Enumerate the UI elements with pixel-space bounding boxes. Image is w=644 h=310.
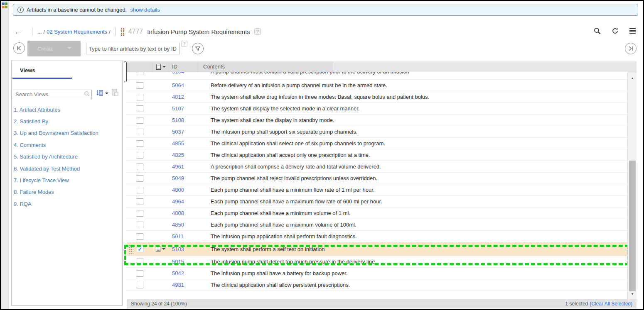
artifact-id-link[interactable]: 5107 [172,105,184,112]
sidebar-view-link[interactable]: 4. Comments [13,139,121,151]
sidebar-view-link[interactable]: 5. Satisfied by Architecture [13,151,121,163]
table-row[interactable]: 4964 Each pump channel shall have a maxi… [127,196,627,207]
sidebar-view-link[interactable]: 2. Satisfied By [13,115,121,127]
table-row[interactable]: 4850 Each pump channel shall have a maxi… [127,219,627,231]
artifact-contents[interactable]: Each pump channel shall have a maximum v… [198,219,627,230]
artifact-id-link[interactable]: 4981 [172,282,184,288]
row-checkbox[interactable] [137,198,143,205]
artifact-id-link[interactable]: 4850 [172,222,184,228]
row-drag-handle-icon[interactable] [128,244,133,254]
artifact-id-link[interactable]: 4812 [172,94,184,100]
row-checkbox[interactable] [137,210,143,217]
menu-icon[interactable] [629,28,636,34]
table-scrollbar-thumb[interactable] [629,161,636,291]
row-checkbox[interactable] [137,175,143,182]
artifact-contents[interactable]: Each pump channel shall have a minimum v… [198,207,627,219]
sidebar-view-link[interactable]: 1. Artifact Attributes [13,104,121,115]
table-row[interactable]: 5104 A pump channel must contain a valid… [127,72,627,80]
row-checkbox[interactable] [137,94,143,100]
tab-views[interactable]: Views [20,67,35,73]
artifact-type-menu[interactable] [156,246,165,252]
table-row[interactable]: 5064 Before delivery of an infusion a pu… [127,80,627,91]
artifact-id-link[interactable]: 5103 [172,246,184,252]
artifact-contents[interactable]: The clinical application shall select on… [198,138,627,149]
artifact-contents[interactable]: Before delivery of an infusion a pump ch… [198,80,627,91]
scroll-down-icon[interactable]: ▼ [628,290,637,298]
artifact-contents[interactable]: The pump channel shall reject invalid pr… [198,173,627,184]
table-row[interactable]: 5042 The infusion pump shall have a batt… [127,268,627,279]
artifact-type-column-header[interactable] [152,61,169,72]
row-checkbox[interactable] [137,152,143,159]
table-row[interactable]: 4855 The clinical application shall sele… [127,138,627,149]
title-help-icon[interactable]: ? [254,28,261,35]
artifact-id-link[interactable]: 4800 [172,187,184,193]
row-checkbox[interactable] [137,82,143,89]
artifact-contents[interactable]: The system shall allow drug infusion in … [198,91,627,103]
mini-dashboard-icon[interactable] [2,2,8,9]
artifact-contents[interactable]: The infusion pump shall support six sepa… [198,126,627,137]
table-row[interactable]: 4981 The clinical application shall allo… [127,279,627,291]
row-checkbox[interactable] [137,129,143,135]
row-checkbox[interactable] [137,105,143,112]
table-row[interactable]: 5011 The infusion pump application shall… [127,231,627,242]
select-all-column-header[interactable] [127,61,152,72]
table-row[interactable]: 5049 The pump channel shall reject inval… [127,173,627,184]
artifact-id-link[interactable]: 4855 [172,140,184,146]
artifact-id-link[interactable]: 4808 [172,210,184,216]
scroll-up-icon[interactable]: ▲ [628,74,637,82]
refresh-icon[interactable] [612,27,619,34]
row-checkbox[interactable] [137,117,143,124]
artifact-contents[interactable]: The clinical application shall accept on… [198,149,627,161]
artifact-contents[interactable]: The system shall perform a self test on … [198,242,627,256]
save-copy-view-icon[interactable] [111,88,119,98]
sidebar-scrollbar-thumb[interactable] [124,61,127,82]
artifact-id-link[interactable]: 5104 [172,72,184,75]
table-row[interactable]: 5107 The system shall display the select… [127,103,627,115]
table-row[interactable]: 4961 A prescription shall comprise a del… [127,161,627,173]
search-views-input[interactable] [13,90,92,99]
sidebar-view-link[interactable]: 9. RQA [13,198,121,210]
artifact-contents[interactable]: Each pump channel shall have a minimum f… [198,184,627,195]
artifact-id-link[interactable]: 5037 [172,129,184,135]
row-checkbox[interactable] [137,187,143,193]
table-row[interactable]: 5103 The system shall perform a self tes… [127,242,627,256]
row-checkbox[interactable] [137,233,143,240]
contents-column-header[interactable]: Contents [198,61,334,72]
sidebar-view-link[interactable]: 7. Lifecycle Trace View [13,174,121,186]
row-checkbox[interactable] [137,164,143,170]
artifact-contents[interactable]: The infusion pump application shall perf… [198,231,627,242]
search-icon[interactable] [594,27,601,34]
row-checkbox[interactable] [137,222,143,228]
collapse-sidebar-icon[interactable] [13,42,25,54]
artifact-contents[interactable]: A prescription shall comprise a delivery… [198,161,627,172]
artifact-contents[interactable]: The system shall display the selected mo… [198,103,627,114]
artifact-id-link[interactable]: 4825 [172,152,184,158]
row-checkbox[interactable] [137,72,143,75]
back-arrow-icon[interactable]: ← [14,28,22,36]
artifact-filter-input[interactable] [86,43,180,54]
artifact-contents[interactable]: Each pump channel shall have a maximum f… [198,196,627,207]
id-column-header[interactable]: ID [169,61,198,72]
artifact-contents[interactable]: A pump channel must contain a valid pres… [198,72,627,79]
row-checkbox[interactable] [137,270,143,277]
module-drag-handle-icon[interactable] [121,28,124,36]
filter-help-icon[interactable]: ? [181,41,187,47]
table-row[interactable]: 4825 The clinical application shall acce… [127,149,627,161]
artifact-id-link[interactable]: 5064 [172,82,184,88]
artifact-contents[interactable]: The infusion pump shall detect too much … [198,256,627,267]
module-breadcrumb-link[interactable]: 02 System Requirements [47,29,107,35]
sidebar-view-link[interactable]: 8. Failure Modes [13,186,121,198]
artifact-id-link[interactable]: 4961 [172,164,184,170]
table-row[interactable]: 4800 Each pump channel shall have a mini… [127,184,627,196]
artifact-id-link[interactable]: 5042 [172,270,184,276]
artifact-contents[interactable]: The infusion pump shall have a battery f… [198,268,627,279]
sidebar-view-link[interactable]: 6. Validated by Test Method [13,163,121,174]
table-row[interactable]: 5108 The system shall clear the display … [127,115,627,126]
artifact-contents[interactable]: The system shall clear the display in st… [198,115,627,126]
artifact-contents[interactable]: The clinical application shall allow per… [198,279,627,290]
table-row[interactable]: 5015 The infusion pump shall detect too … [127,256,627,268]
artifact-id-link[interactable]: 4964 [172,198,184,205]
artifact-id-link[interactable]: 5108 [172,117,184,123]
table-row[interactable]: 4808 Each pump channel shall have a mini… [127,207,627,219]
show-details-link[interactable]: show details [130,7,160,13]
